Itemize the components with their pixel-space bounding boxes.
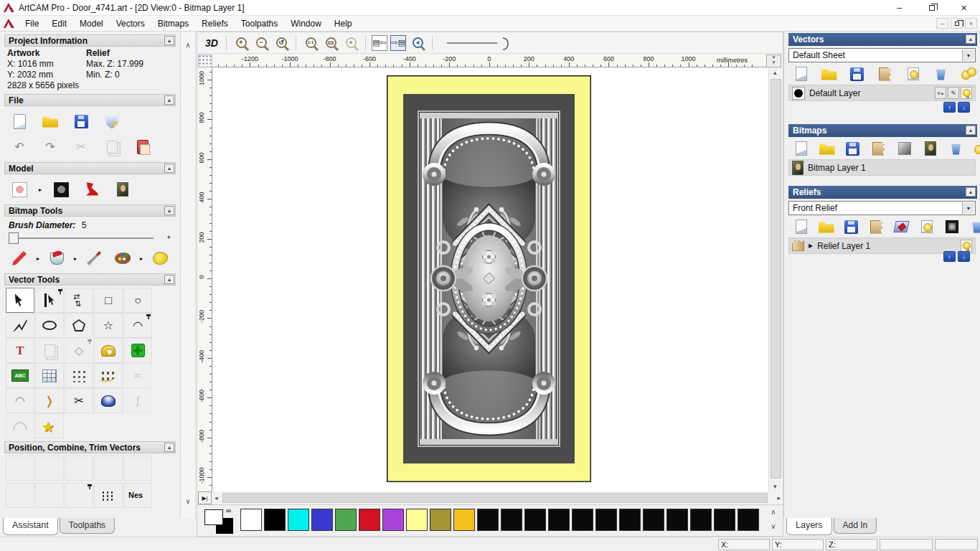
minimize-button[interactable]: – [883,0,915,16]
palette-swatch-0[interactable] [240,509,262,531]
canvas-page[interactable] [212,67,768,491]
model-section-header[interactable]: Model ▲ [4,162,176,174]
scatter-copies[interactable] [94,483,123,508]
menu-file[interactable]: File [19,17,45,30]
project-information-header[interactable]: Project Information ▲ [4,34,176,47]
scroll-down-icon[interactable]: ∨ [183,496,193,507]
tab-add-in[interactable]: Add In [834,518,877,534]
palette-swatch-11[interactable] [501,509,522,531]
star-wizard[interactable] [35,413,64,438]
layer-colour-swatch[interactable] [792,87,805,100]
delete-bitmap-layer[interactable] [945,140,967,157]
layer-snap-button[interactable]: ✎ [948,87,959,99]
preview-magnifier-button[interactable]: ◂ [409,34,426,52]
toggle-all-bitmaps[interactable] [971,140,980,157]
restore-button[interactable] [915,0,948,16]
vector-doctor[interactable] [123,338,152,363]
create-arc[interactable]: ◠ [123,313,152,338]
flood-fill[interactable] [44,248,69,269]
palette-swatch-20[interactable] [714,509,735,531]
new-bitmap-layer[interactable] [790,140,812,157]
collapse-bitmap-tools-button[interactable]: ▲ [164,206,174,215]
mdi-close-button[interactable]: × [965,18,977,29]
bitmaps-panel-header[interactable]: Bitmaps ▲ [788,124,977,137]
flyout-arrow-icon[interactable]: ▸ [39,187,42,193]
undo[interactable]: ↶ [7,136,32,158]
collapse-file-button[interactable]: ▲ [164,95,174,105]
primary-secondary-colour-chip[interactable]: ∞ [204,508,239,535]
save-relief[interactable] [840,218,862,235]
relief-layer-name[interactable]: Relief Layer 1 [817,241,870,251]
vector-sheet-dropdown-icon[interactable]: ▼ [962,50,974,61]
open-bitmap[interactable] [816,140,838,157]
delete-relief-layer[interactable] [966,218,980,235]
vector-layer-name[interactable]: Default Layer [809,88,860,98]
new-vector-sheet[interactable] [790,65,812,83]
zoom-1to1-button[interactable]: 1:1 [302,34,319,52]
spin-vectors[interactable] [94,388,123,413]
collapse-vector-tools-button[interactable]: ▲ [164,275,174,284]
palette-swatch-1[interactable] [264,509,286,531]
brush-diameter-slider[interactable]: ✦ [9,232,171,245]
tab-layers[interactable]: Layers [786,518,832,535]
mdi-minimize-button[interactable]: – [936,18,948,29]
palette-swatch-13[interactable] [548,509,570,531]
zoom-out-button[interactable]: − [253,34,270,52]
collapse-project-info-button[interactable]: ▲ [164,36,174,45]
create-rectangle[interactable]: □ [94,288,123,313]
menu-reliefs[interactable]: Reliefs [195,17,235,30]
tab-assistant[interactable]: Assistant [3,518,58,535]
magic-sponge[interactable] [148,248,172,269]
model-from-greyscale[interactable] [49,179,73,200]
redo[interactable]: ↷ [38,136,62,158]
vector-sheet-select[interactable]: Default Sheet ▼ [788,48,976,62]
menu-toolpaths[interactable]: Toolpaths [235,17,284,30]
save-vectors[interactable] [846,65,868,83]
canvas-scroll-right-icon[interactable]: ▸ [777,494,781,501]
palette-swatch-12[interactable] [524,509,546,531]
collapse-reliefs-panel-button[interactable]: ▲ [966,187,976,197]
palette-swatch-2[interactable] [288,509,309,531]
menu-window[interactable]: Window [284,17,328,30]
canvas-hscroll-thumb[interactable] [222,493,768,503]
bitmap-properties[interactable] [919,140,941,157]
bitmap-layer-name[interactable]: Bitmap Layer 1 [808,163,866,173]
stack-reliefs[interactable] [890,218,913,235]
open-relief[interactable] [815,218,837,235]
fade-bitmap[interactable] [893,140,915,157]
palette-swatch-17[interactable] [643,509,664,531]
vectors-panel-header[interactable]: Vectors ▲ [788,33,977,46]
palette-scroll-down-icon[interactable]: ∨ [768,522,778,532]
menu-bitmaps[interactable]: Bitmaps [151,17,195,30]
palette-swatch-3[interactable] [311,509,333,531]
fit-arcs-to-curve[interactable]: ◠ [6,388,34,413]
relief-dropdown-icon[interactable]: ▼ [962,202,974,214]
canvas-pan-button[interactable]: ▶| [198,491,212,504]
palette-scrollbar[interactable]: ∧ ∨ [768,507,780,534]
relief-select[interactable]: Front Relief ▼ [788,201,976,215]
relief-layer-expander-icon[interactable]: ▶ [809,242,813,249]
menu-model[interactable]: Model [73,17,110,30]
canvas-vscroll-thumb[interactable] [771,79,781,479]
create-text[interactable] [6,338,34,363]
node-editing[interactable] [35,288,64,313]
colour-picker[interactable] [82,248,106,269]
create-polyline[interactable] [6,313,34,338]
flyout-arrow-icon[interactable]: ▸ [140,255,143,262]
next-bitmap-layer-button[interactable]: ⇨▤ [390,35,406,51]
bitmap-layer-row[interactable]: Bitmap Layer 1 [788,159,976,176]
relief-greyscale-view[interactable] [941,218,963,235]
collapse-position-button[interactable]: ▲ [164,443,174,452]
open-vectors[interactable] [818,65,840,83]
colour-palette[interactable] [110,248,135,269]
collapse-bitmaps-panel-button[interactable]: ▲ [966,126,976,135]
palette-swatch-7[interactable] [406,509,428,531]
delete-vector-layer[interactable] [930,65,952,83]
save-model[interactable] [69,110,93,132]
slider-thumb[interactable] [9,232,19,244]
close-button[interactable]: × [948,0,980,16]
palette-swatch-8[interactable] [430,509,451,531]
palette-swatch-10[interactable] [477,509,499,531]
align-right[interactable] [35,456,64,481]
envelope-distortion[interactable] [35,363,64,388]
